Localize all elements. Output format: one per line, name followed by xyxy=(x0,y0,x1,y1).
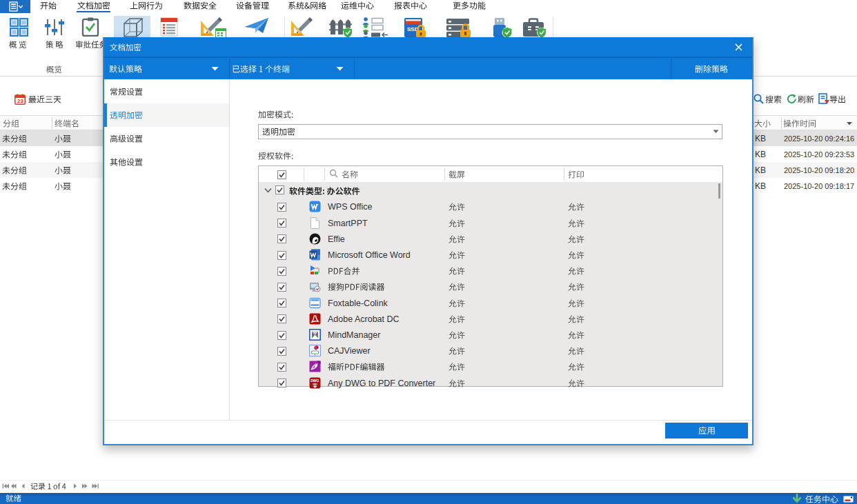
svg-text:23: 23 xyxy=(17,98,23,104)
svg-text:DWG: DWG xyxy=(311,379,319,383)
